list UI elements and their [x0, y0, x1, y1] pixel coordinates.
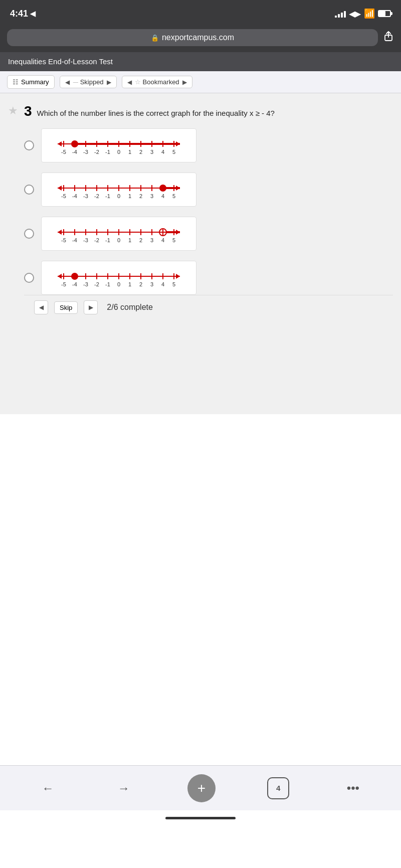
- white-space: [0, 414, 401, 765]
- svg-text:5: 5: [172, 281, 175, 287]
- svg-text:4: 4: [161, 149, 164, 155]
- svg-marker-85: [58, 274, 62, 279]
- svg-text:1: 1: [128, 149, 131, 155]
- svg-text:1: 1: [128, 281, 131, 287]
- svg-text:-5: -5: [61, 193, 66, 199]
- svg-text:0: 0: [117, 193, 120, 199]
- status-time: 4:41 ◀: [10, 9, 36, 19]
- svg-text:1: 1: [128, 193, 131, 199]
- next-arrow-icon: ▶: [89, 304, 93, 311]
- skipped-next-arrow[interactable]: ▶: [106, 79, 112, 86]
- radio-c[interactable]: [24, 229, 34, 239]
- skipped-nav: ◀ ⸻ Skipped ▶: [60, 76, 117, 88]
- svg-text:2: 2: [139, 281, 142, 287]
- svg-text:2: 2: [139, 149, 142, 155]
- option-a[interactable]: -5 -4 -3 -2 -1: [24, 128, 393, 162]
- options-list: -5 -4 -3 -2 -1: [24, 128, 393, 295]
- svg-marker-56: [58, 230, 62, 235]
- summary-icon: ☷: [13, 78, 19, 86]
- skipped-icon: ⸻: [73, 79, 78, 85]
- browser-back-icon: ←: [42, 781, 54, 795]
- status-bar: 4:41 ◀ ◀▶ 📶: [0, 0, 401, 25]
- tabs-button[interactable]: 4: [267, 777, 289, 799]
- svg-text:0: 0: [117, 149, 120, 155]
- new-tab-button[interactable]: +: [187, 774, 216, 802]
- number-line-c: -5 -4 -3 -2 -1 0 1: [41, 217, 196, 251]
- prev-arrow-icon: ◀: [39, 304, 44, 311]
- svg-text:-4: -4: [72, 237, 77, 243]
- radio-d[interactable]: [24, 273, 34, 283]
- skipped-prev-arrow[interactable]: ◀: [64, 79, 71, 86]
- option-c[interactable]: -5 -4 -3 -2 -1 0 1: [24, 217, 393, 251]
- lock-icon: 🔒: [151, 34, 159, 42]
- skip-button[interactable]: Skip: [54, 301, 78, 314]
- browser-back-button[interactable]: ←: [36, 776, 60, 800]
- bottom-browser-bar: ← → + 4 •••: [0, 765, 401, 810]
- svg-text:-1: -1: [105, 149, 110, 155]
- svg-text:-4: -4: [72, 193, 77, 199]
- option-b[interactable]: -5 -4 -3 -2 -1 0 1: [24, 172, 393, 207]
- browser-bar: 🔒 nexportcampus.com: [0, 25, 401, 52]
- svg-text:-2: -2: [94, 193, 99, 199]
- svg-text:3: 3: [150, 281, 153, 287]
- svg-text:-2: -2: [94, 149, 99, 155]
- number-line-d: -5 -4 -3 -2 -1 0 1: [41, 261, 196, 295]
- question-navigation: ◀ Skip ▶ 2/6 complete: [24, 295, 393, 319]
- question-text: Which of the number lines is the correct…: [37, 108, 275, 118]
- svg-text:0: 0: [117, 281, 120, 287]
- svg-text:-4: -4: [72, 281, 77, 287]
- svg-text:4: 4: [161, 281, 164, 287]
- progress-text: 2/6 complete: [107, 303, 153, 312]
- bookmarked-next-arrow[interactable]: ▶: [181, 79, 188, 86]
- more-button[interactable]: •••: [341, 776, 365, 800]
- svg-text:3: 3: [150, 237, 153, 243]
- question-number: 3: [24, 103, 32, 119]
- svg-text:4: 4: [161, 193, 164, 199]
- prev-button[interactable]: ◀: [34, 300, 48, 314]
- svg-text:-5: -5: [61, 281, 66, 287]
- svg-text:-1: -1: [105, 193, 110, 199]
- svg-text:1: 1: [128, 237, 131, 243]
- radio-b[interactable]: [24, 185, 34, 195]
- tabs-count: 4: [276, 784, 280, 792]
- svg-text:-2: -2: [94, 281, 99, 287]
- svg-text:5: 5: [172, 237, 175, 243]
- home-indicator: [0, 810, 401, 825]
- url-text: nexportcampus.com: [162, 33, 234, 42]
- svg-text:-1: -1: [105, 237, 110, 243]
- status-icons: ◀▶ 📶: [335, 8, 391, 19]
- wifi-icon: ◀▶: [349, 9, 361, 19]
- more-icon: •••: [347, 781, 359, 795]
- skipped-label: ⸻ Skipped: [73, 78, 104, 86]
- question-area: ★ 3 Which of the number lines is the cor…: [8, 103, 393, 319]
- svg-text:-5: -5: [61, 149, 66, 155]
- next-button[interactable]: ▶: [84, 300, 98, 314]
- svg-text:2: 2: [139, 193, 142, 199]
- share-button[interactable]: [383, 31, 394, 45]
- browser-forward-button[interactable]: →: [112, 776, 136, 800]
- svg-marker-2: [58, 141, 62, 146]
- svg-text:3: 3: [150, 193, 153, 199]
- bookmarked-prev-arrow[interactable]: ◀: [126, 79, 133, 86]
- address-bar[interactable]: 🔒 nexportcampus.com: [7, 29, 378, 46]
- battery-icon: [378, 10, 391, 17]
- bookmarked-label: ☆ Bookmarked: [135, 78, 179, 86]
- svg-text:-4: -4: [72, 149, 77, 155]
- signal-icon: [335, 10, 346, 18]
- svg-marker-29: [58, 186, 62, 191]
- page-title-bar: Inequalities End-of-Lesson Test: [0, 52, 401, 71]
- wifi-signal-icon: 📶: [364, 8, 375, 19]
- question-body: 3 Which of the number lines is the corre…: [24, 103, 393, 319]
- option-d[interactable]: -5 -4 -3 -2 -1 0 1: [24, 261, 393, 295]
- bookmark-star[interactable]: ★: [8, 104, 18, 319]
- svg-text:2: 2: [139, 237, 142, 243]
- bookmarked-nav: ◀ ☆ Bookmarked ▶: [122, 76, 192, 88]
- number-line-b: -5 -4 -3 -2 -1 0 1: [41, 172, 196, 207]
- svg-text:3: 3: [150, 149, 153, 155]
- radio-a[interactable]: [24, 140, 34, 150]
- question-header: 3 Which of the number lines is the corre…: [24, 103, 393, 119]
- svg-point-109: [71, 273, 78, 280]
- skip-label: Skip: [60, 304, 72, 311]
- summary-button[interactable]: ☷ Summary: [7, 75, 55, 89]
- location-icon: ◀: [30, 10, 36, 18]
